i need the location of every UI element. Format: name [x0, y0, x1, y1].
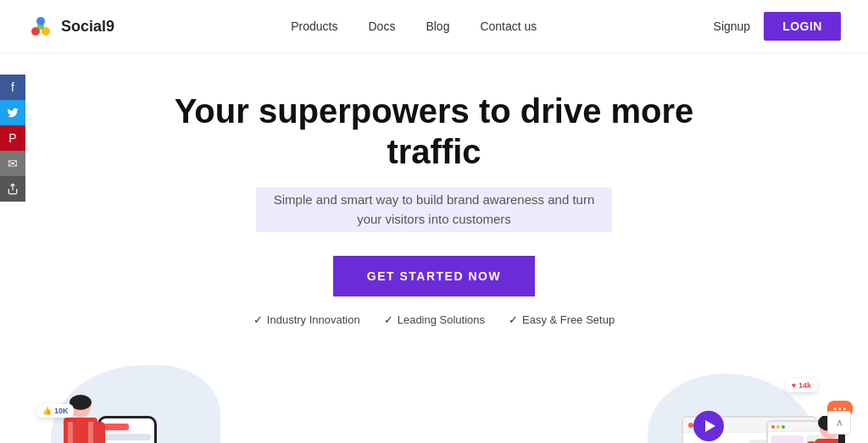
facebook-share-button[interactable]: f — [0, 75, 25, 100]
svg-rect-8 — [68, 422, 73, 443]
features-list: ✓ Industry Innovation ✓ Leading Solution… — [17, 313, 851, 326]
nav-contact[interactable]: Contact us — [480, 19, 537, 33]
badge-10k-icon: 👍 — [42, 407, 52, 415]
pinterest-share-button[interactable]: P — [0, 125, 25, 151]
feature-2: ✓ Leading Solutions — [384, 313, 485, 326]
cta-button[interactable]: GET STARTED NOW — [333, 256, 535, 296]
feature-3: ✓ Easy & Free Setup — [509, 313, 615, 326]
check-icon-2: ✓ — [384, 313, 393, 326]
twitter-share-button[interactable] — [0, 100, 25, 125]
dot2-green — [782, 425, 785, 429]
hero-title: Your superpowers to drive more traffic — [171, 91, 697, 172]
svg-rect-9 — [88, 422, 93, 443]
social-sidebar: f P ✉ — [0, 75, 25, 202]
right-illustration — [639, 357, 860, 443]
nav-right: Signup LOGIN — [714, 12, 841, 41]
illustrations-section: 👍 10K — [0, 348, 868, 443]
nav-docs[interactable]: Docs — [368, 19, 395, 33]
feature-1: ✓ Industry Innovation — [253, 313, 360, 326]
navbar: Social9 Products Docs Blog Contact us Si… — [0, 0, 868, 53]
logo-text: Social9 — [61, 18, 114, 36]
content-block-1 — [771, 435, 804, 443]
person-left-svg — [42, 392, 119, 443]
plant-svg — [174, 435, 225, 443]
svg-point-3 — [37, 23, 44, 30]
logo-icon — [27, 13, 54, 40]
nav-links: Products Docs Blog Contact us — [291, 19, 537, 33]
play-triangle-icon — [705, 420, 715, 432]
badge-14k: ♥ 14k — [786, 379, 817, 392]
signup-link[interactable]: Signup — [714, 19, 751, 33]
heart-icon: ♥ — [792, 381, 796, 390]
play-button[interactable] — [693, 411, 724, 441]
check-icon-1: ✓ — [253, 313, 263, 326]
badge-10k: 👍 10K — [37, 404, 74, 418]
login-button[interactable]: LOGIN — [764, 12, 841, 41]
hero-subtitle: Simple and smart way to build brand awar… — [256, 187, 612, 232]
scroll-to-top-button[interactable]: ∧ — [827, 411, 851, 435]
email-share-button[interactable]: ✉ — [0, 151, 25, 176]
logo[interactable]: Social9 — [27, 13, 114, 40]
nav-products[interactable]: Products — [291, 19, 337, 33]
check-icon-3: ✓ — [509, 313, 518, 326]
hero-section: Your superpowers to drive more traffic S… — [0, 53, 868, 348]
dot2-yellow — [776, 425, 780, 429]
nav-blog[interactable]: Blog — [426, 19, 449, 33]
generic-share-button[interactable] — [0, 176, 25, 202]
dot2-red — [771, 425, 775, 429]
svg-rect-14 — [95, 422, 105, 443]
